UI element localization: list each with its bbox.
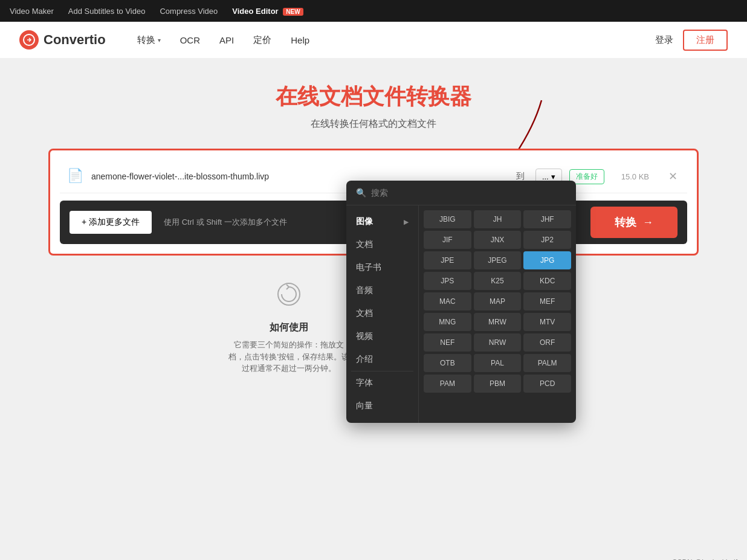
logo-icon <box>19 30 39 50</box>
format-btn-pal[interactable]: PAL <box>474 354 522 372</box>
new-badge: NEW <box>283 8 303 16</box>
format-btn-mef[interactable]: MEF <box>523 292 571 311</box>
file-icon: 📄 <box>67 168 84 185</box>
bottom-bar: CSDN @hudunkjpdf <box>0 553 747 560</box>
search-icon: 🔍 <box>356 188 366 198</box>
nav-api[interactable]: API <box>212 30 241 50</box>
header: Convertio 转换 ▾ OCR API 定价 Help 登录 注册 <box>0 22 747 58</box>
format-btn-nef[interactable]: NEF <box>424 333 471 352</box>
hero-subtitle: 在线转换任何格式的文档文件 <box>48 118 699 130</box>
convert-arrow-icon: → <box>642 216 653 229</box>
register-button[interactable]: 注册 <box>683 30 728 51</box>
toolbar-item-videoeditor[interactable]: Video Editor NEW <box>232 7 303 16</box>
logo: Convertio <box>19 30 106 50</box>
format-btn-mtv[interactable]: MTV <box>523 313 571 331</box>
category-item-0[interactable]: 图像▶ <box>346 210 418 233</box>
category-list: 图像▶文档电子书音频文档视频介绍字体向量CAD <box>346 205 419 423</box>
toolbar-item-subtitles[interactable]: Add Subtitles to Video <box>68 7 146 16</box>
category-item-5[interactable]: 视频 <box>346 325 418 348</box>
refresh-icon <box>228 280 349 314</box>
add-files-button[interactable]: + 添加更多文件 <box>70 211 152 234</box>
file-size: 15.0 KB <box>621 172 649 181</box>
category-item-1[interactable]: 文档 <box>346 233 418 256</box>
converter-box: 📄 anemone-flower-violet-...ite-blossom-t… <box>48 149 699 256</box>
chevron-down-icon: ▾ <box>158 37 161 43</box>
dropdown-chevron-icon: ▾ <box>551 172 555 181</box>
category-item-6[interactable]: 介绍 <box>346 348 418 371</box>
format-value: ... <box>542 172 549 181</box>
category-item-2[interactable]: 电子书 <box>346 256 418 279</box>
format-btn-jnx[interactable]: JNX <box>474 231 522 249</box>
format-btn-jh[interactable]: JH <box>474 210 522 228</box>
header-actions: 登录 注册 <box>655 30 728 51</box>
format-btn-palm[interactable]: PALM <box>523 354 571 372</box>
format-btn-map[interactable]: MAP <box>474 292 522 311</box>
category-item-7[interactable]: 字体 <box>346 372 418 394</box>
convert-button[interactable]: 转换 → <box>590 207 677 238</box>
category-item-9[interactable]: CAD <box>346 417 418 423</box>
format-btn-jbig[interactable]: JBIG <box>424 210 471 228</box>
nav-convert[interactable]: 转换 ▾ <box>130 30 168 51</box>
nav-pricing[interactable]: 定价 <box>246 30 279 51</box>
nav: 转换 ▾ OCR API 定价 Help <box>130 30 655 51</box>
format-btn-otb[interactable]: OTB <box>424 354 471 372</box>
format-btn-pcd[interactable]: PCD <box>523 375 571 393</box>
format-btn-mrw[interactable]: MRW <box>474 313 522 331</box>
login-button[interactable]: 登录 <box>655 34 673 46</box>
format-btn-jpe[interactable]: JPE <box>424 251 471 269</box>
format-btn-jif[interactable]: JIF <box>424 231 471 249</box>
format-btn-nrw[interactable]: NRW <box>474 333 522 352</box>
nav-help[interactable]: Help <box>283 30 317 50</box>
main-content: 在线文档文件转换器 在线转换任何格式的文档文件 📄 anemone-flower… <box>0 58 747 553</box>
toolbar-item-compress[interactable]: Compress Video <box>160 7 218 16</box>
format-btn-jps[interactable]: JPS <box>424 272 471 290</box>
hero-title: 在线文档文件转换器 <box>48 82 699 112</box>
format-btn-orf[interactable]: ORF <box>523 333 571 352</box>
dropdown-body: 图像▶文档电子书音频文档视频介绍字体向量CAD JBIGJHJHFJIFJNXJ… <box>346 205 576 423</box>
file-name: anemone-flower-violet-...ite-blossom-thu… <box>91 172 509 181</box>
format-btn-jhf[interactable]: JHF <box>523 210 571 228</box>
format-btn-jp2[interactable]: JP2 <box>523 231 571 249</box>
close-file-button[interactable]: ✕ <box>666 167 680 185</box>
format-grid: JBIGJHJHFJIFJNXJP2JPEJPEGJPGJPSK25KDCMAC… <box>419 205 576 423</box>
top-toolbar: Video Maker Add Subtitles to Video Compr… <box>0 0 747 22</box>
how-to-item-use: 如何使用 它需要三个简短的操作：拖放文档，点击'转换'按钮，保存结果。该过程通常… <box>228 280 349 375</box>
format-btn-jpeg[interactable]: JPEG <box>474 251 522 269</box>
format-btn-pam[interactable]: PAM <box>424 375 471 393</box>
format-btn-k25[interactable]: K25 <box>474 272 522 290</box>
format-btn-pbm[interactable]: PBM <box>474 375 522 393</box>
format-btn-kdc[interactable]: KDC <box>523 272 571 290</box>
how-to-title: 如何使用 <box>228 321 349 334</box>
category-item-3[interactable]: 音频 <box>346 279 418 302</box>
hero-section: 在线文档文件转换器 在线转换任何格式的文档文件 <box>48 82 699 130</box>
logo-text: Convertio <box>44 32 106 48</box>
category-item-8[interactable]: 向量 <box>346 394 418 417</box>
format-btn-jpg[interactable]: JPG <box>523 251 571 269</box>
format-btn-mac[interactable]: MAC <box>424 292 471 311</box>
nav-ocr[interactable]: OCR <box>173 30 207 50</box>
how-to-desc: 它需要三个简短的操作：拖放文档，点击'转换'按钮，保存结果。该过程通常不超过一两… <box>228 339 349 375</box>
format-btn-mng[interactable]: MNG <box>424 313 471 331</box>
search-input[interactable] <box>371 188 566 198</box>
format-dropdown-overlay: 🔍 图像▶文档电子书音频文档视频介绍字体向量CAD JBIGJHJHFJIFJN… <box>346 181 576 423</box>
search-bar: 🔍 <box>346 181 576 205</box>
category-item-4[interactable]: 文档 <box>346 302 418 325</box>
toolbar-item-videomaker[interactable]: Video Maker <box>10 7 54 16</box>
